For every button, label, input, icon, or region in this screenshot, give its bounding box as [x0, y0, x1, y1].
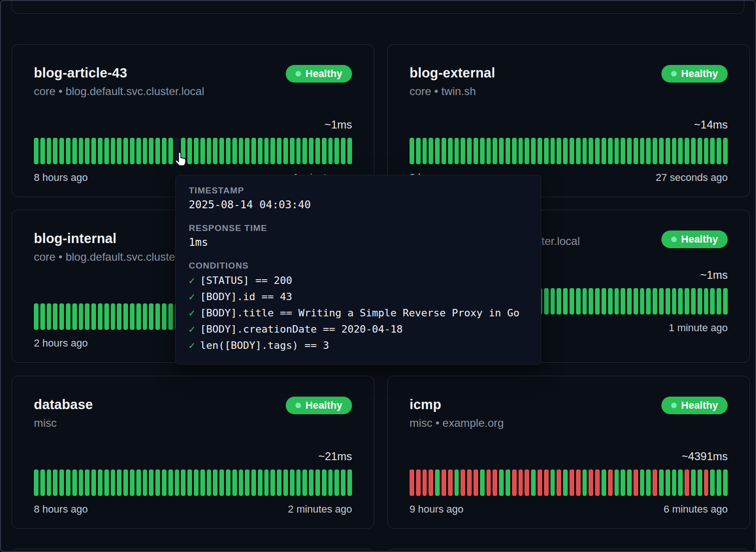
- status-bar[interactable]: [143, 138, 147, 164]
- endpoint-card-partial-top[interactable]: [12, 0, 744, 14]
- status-bar[interactable]: [544, 138, 549, 164]
- status-bar[interactable]: [557, 288, 561, 315]
- status-bar[interactable]: [634, 288, 638, 315]
- status-bar[interactable]: [659, 138, 664, 164]
- status-bar[interactable]: [296, 138, 301, 164]
- status-bar[interactable]: [455, 469, 459, 496]
- status-bar[interactable]: [136, 469, 141, 496]
- status-bar[interactable]: [448, 138, 453, 164]
- status-bar[interactable]: [47, 469, 51, 496]
- status-bar[interactable]: [723, 469, 728, 496]
- status-bar[interactable]: [143, 469, 147, 496]
- status-bar[interactable]: [258, 138, 263, 164]
- status-bar[interactable]: [85, 138, 90, 164]
- status-bar[interactable]: [91, 138, 96, 164]
- status-bar[interactable]: [672, 138, 677, 164]
- status-bar[interactable]: [666, 138, 670, 164]
- status-bar[interactable]: [117, 138, 122, 164]
- status-bar[interactable]: [47, 138, 51, 164]
- status-bar[interactable]: [410, 138, 414, 164]
- status-bar[interactable]: [40, 138, 45, 164]
- status-bar[interactable]: [461, 138, 465, 164]
- status-bar[interactable]: [98, 303, 103, 330]
- status-bar[interactable]: [570, 138, 574, 164]
- status-bar[interactable]: [474, 469, 478, 496]
- status-bar[interactable]: [136, 138, 141, 164]
- status-bar[interactable]: [91, 469, 96, 496]
- status-bar[interactable]: [429, 138, 433, 164]
- status-bar[interactable]: [659, 288, 664, 315]
- status-bar[interactable]: [136, 303, 141, 330]
- status-bar[interactable]: [467, 469, 472, 496]
- status-bar[interactable]: [72, 469, 77, 496]
- status-bar[interactable]: [627, 288, 632, 315]
- status-bar[interactable]: [717, 469, 721, 496]
- status-bar[interactable]: [296, 469, 301, 496]
- status-bar[interactable]: [512, 469, 517, 496]
- status-bar[interactable]: [634, 138, 638, 164]
- status-bar[interactable]: [155, 303, 160, 330]
- status-bar[interactable]: [698, 288, 702, 315]
- status-bar[interactable]: [213, 469, 218, 496]
- status-bar[interactable]: [85, 469, 90, 496]
- status-bar[interactable]: [602, 469, 606, 496]
- status-bar[interactable]: [455, 138, 459, 164]
- status-bar[interactable]: [583, 138, 587, 164]
- status-bar[interactable]: [487, 138, 491, 164]
- status-bar[interactable]: [710, 288, 715, 315]
- status-bar[interactable]: [646, 138, 651, 164]
- status-bar[interactable]: [627, 469, 632, 496]
- status-bar[interactable]: [168, 138, 173, 164]
- status-bar[interactable]: [194, 469, 199, 496]
- status-bar[interactable]: [691, 138, 696, 164]
- status-bar[interactable]: [570, 469, 574, 496]
- status-bar[interactable]: [544, 288, 549, 315]
- status-bar[interactable]: [40, 303, 45, 330]
- endpoint-title[interactable]: blog-article-43: [34, 65, 204, 81]
- status-bar[interactable]: [168, 303, 173, 330]
- status-bar[interactable]: [66, 469, 70, 496]
- status-bar[interactable]: [72, 303, 77, 330]
- status-bar[interactable]: [499, 469, 504, 496]
- status-bar[interactable]: [194, 138, 199, 164]
- status-bar[interactable]: [602, 288, 606, 315]
- status-bar[interactable]: [322, 138, 327, 164]
- status-bar[interactable]: [53, 303, 58, 330]
- status-bar[interactable]: [34, 138, 38, 164]
- status-bar[interactable]: [646, 469, 651, 496]
- status-bar[interactable]: [659, 469, 664, 496]
- status-bar[interactable]: [66, 303, 70, 330]
- status-bar[interactable]: [653, 469, 657, 496]
- status-bar[interactable]: [685, 138, 689, 164]
- status-bar[interactable]: [685, 469, 689, 496]
- status-bar[interactable]: [34, 469, 38, 496]
- endpoint-card-blog-external[interactable]: blog-external core • twin.sh Healthy ~14…: [387, 44, 750, 197]
- status-bar[interactable]: [98, 138, 103, 164]
- status-bar[interactable]: [493, 138, 497, 164]
- status-bar[interactable]: [104, 303, 109, 330]
- status-bar[interactable]: [66, 138, 70, 164]
- endpoint-card-partial-bottom-right[interactable]: [387, 549, 750, 552]
- status-bar[interactable]: [640, 138, 645, 164]
- status-bar[interactable]: [175, 138, 179, 164]
- status-bar[interactable]: [149, 469, 154, 496]
- status-bar[interactable]: [328, 469, 333, 496]
- status-bar[interactable]: [576, 469, 581, 496]
- status-bar[interactable]: [155, 138, 160, 164]
- status-bar[interactable]: [531, 469, 536, 496]
- status-bar[interactable]: [111, 469, 115, 496]
- status-bar[interactable]: [53, 138, 58, 164]
- status-bar[interactable]: [506, 138, 510, 164]
- status-bar[interactable]: [123, 469, 128, 496]
- status-bar[interactable]: [710, 469, 715, 496]
- status-bar[interactable]: [130, 138, 135, 164]
- endpoint-title[interactable]: blog-external: [410, 65, 495, 81]
- status-bar[interactable]: [59, 469, 64, 496]
- status-bar[interactable]: [232, 138, 237, 164]
- status-bar[interactable]: [53, 469, 58, 496]
- status-bar[interactable]: [640, 469, 645, 496]
- status-bar[interactable]: [608, 138, 613, 164]
- status-bar[interactable]: [91, 303, 96, 330]
- status-bar[interactable]: [200, 138, 205, 164]
- status-bar[interactable]: [704, 288, 709, 315]
